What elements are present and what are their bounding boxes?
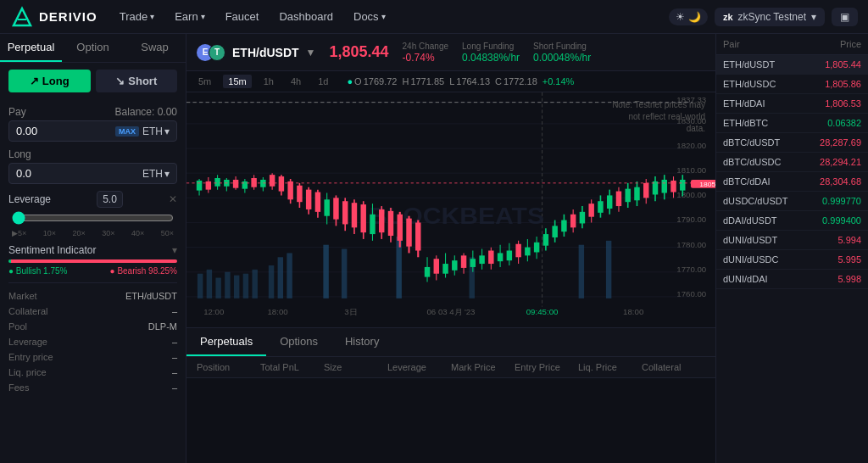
pair-row[interactable]: dUSDC/dUSDT 0.999770: [716, 192, 868, 211]
svg-rect-112: [525, 248, 530, 256]
wallet-icon: ▣: [840, 11, 849, 23]
pair-price: 28,287.69: [820, 137, 861, 148]
pair-price: 28,294.21: [820, 157, 861, 167]
order-info: Market ETH/dUSDT Collateral – Pool DLP-M…: [8, 282, 177, 395]
svg-text:12:00: 12:00: [203, 309, 224, 316]
svg-text:1760.00: 1760.00: [676, 290, 706, 298]
pair-row[interactable]: ETH/dBTC 0.06382: [716, 114, 868, 133]
bottom-tab-options[interactable]: Options: [266, 328, 331, 356]
svg-rect-34: [342, 249, 347, 298]
svg-rect-32: [287, 253, 292, 298]
svg-rect-106: [498, 253, 503, 261]
main-layout: Perpetual Option Swap ↗ Long ↘ Short Pay…: [0, 34, 868, 463]
leverage-close-icon[interactable]: ✕: [169, 193, 177, 205]
th-liq-price: Liq. Price: [578, 362, 642, 372]
tf-1d[interactable]: 1d: [313, 75, 333, 88]
nav-earn[interactable]: Earn ▾: [166, 0, 213, 34]
stat-24h-change: 24h Change -0.74%: [403, 42, 449, 64]
bottom-tab-history[interactable]: History: [331, 328, 392, 356]
stat-short-funding: Short Funding 0.00048%/hr: [533, 42, 591, 64]
long-short-row: ↗ Long ↘ Short: [0, 63, 186, 99]
svg-text:1805.44: 1805.44: [699, 181, 715, 188]
currency-arrow-icon: ▾: [164, 126, 170, 137]
usdt-coin-icon: T: [209, 44, 225, 61]
svg-rect-124: [580, 212, 585, 224]
nav-docs[interactable]: Docs ▾: [345, 0, 394, 34]
chart-area: 5m 15m 1h 4h 1d ● O 1769.72 H 1771.85 L …: [186, 71, 715, 327]
max-badge[interactable]: MAX: [115, 126, 139, 137]
nav-trade[interactable]: Trade ▾: [111, 0, 163, 34]
pair-price: 0.999400: [822, 215, 861, 226]
svg-rect-122: [570, 215, 576, 228]
tab-option[interactable]: Option: [62, 34, 124, 62]
tf-4h[interactable]: 4h: [286, 75, 306, 88]
tf-1h[interactable]: 1h: [259, 75, 279, 88]
symbol-bar: E T ETH/dUSDT ▼ 1,805.44 24h Change -0.7…: [186, 34, 715, 71]
nav-faucet[interactable]: Faucet: [217, 0, 268, 34]
leverage-slider[interactable]: [12, 211, 174, 225]
long-button[interactable]: ↗ Long: [8, 70, 91, 92]
symbol-dropdown-icon[interactable]: ▼: [306, 47, 316, 59]
pair-row[interactable]: dBTC/dUSDT 28,287.69: [716, 133, 868, 153]
tab-swap[interactable]: Swap: [124, 34, 186, 62]
svg-rect-136: [634, 187, 639, 201]
svg-marker-0: [14, 8, 31, 25]
tf-5m[interactable]: 5m: [193, 75, 216, 88]
svg-rect-64: [306, 190, 311, 209]
pair-row[interactable]: dBTC/dUSDC 28,294.21: [716, 153, 868, 172]
leverage-label: Leverage: [8, 193, 51, 205]
tab-perpetual[interactable]: Perpetual: [0, 34, 62, 62]
pair-row[interactable]: dDAI/dUSDT 0.999400: [716, 211, 868, 231]
ohlc-c-label: C: [495, 76, 502, 86]
nav-dashboard[interactable]: Dashboard: [270, 0, 342, 34]
pair-name: dBTC/dUSDC: [723, 157, 781, 167]
ohlc-c-val: 1772.18: [504, 76, 537, 86]
long-input[interactable]: [16, 167, 139, 180]
bottom-tab-perpetuals[interactable]: Perpetuals: [186, 328, 266, 356]
candlestick-chart[interactable]: Note: Testnet prices may not reflect rea…: [186, 92, 715, 323]
svg-rect-42: [206, 181, 211, 190]
nav-right: ☀ 🌙 zk zkSync Testnet ▾ ▣: [669, 8, 858, 26]
ohlc-l-label: L: [449, 76, 454, 86]
pair-row[interactable]: dBTC/dDAI 28,304.68: [716, 172, 868, 192]
pair-col-header: Pair: [723, 39, 740, 49]
bullish-label: ● Bullish 1.75%: [8, 266, 67, 276]
pair-list: ETH/dUSDT 1,805.44 ETH/dUSDC 1,805.86 ET…: [716, 55, 868, 289]
trade-arrow-icon: ▾: [150, 12, 154, 21]
svg-rect-28: [243, 274, 248, 298]
pair-row[interactable]: ETH/dUSDT 1,805.44: [716, 55, 868, 75]
pair-row[interactable]: ETH/dUSDC 1,805.86: [716, 75, 868, 94]
symbol-name[interactable]: ETH/dUSDT: [232, 46, 299, 59]
pair-price: 1,805.86: [825, 79, 861, 89]
pay-currency-select[interactable]: ETH ▾: [142, 126, 170, 137]
long-currency-select[interactable]: ETH ▾: [142, 168, 170, 180]
logo-icon: [10, 5, 34, 29]
info-pool: Pool DLP-M: [8, 319, 177, 334]
svg-text:06  03 4月 '23: 06 03 4月 '23: [426, 309, 475, 316]
stat-long-funding: Long Funding 0.04838%/hr: [462, 42, 520, 64]
theme-toggle[interactable]: ☀ 🌙: [669, 8, 708, 25]
pair-name: dBTC/dUSDT: [723, 137, 780, 148]
pair-row[interactable]: dUNI/dUSDT 5.994: [716, 231, 868, 250]
svg-text:1780.00: 1780.00: [676, 241, 706, 248]
pair-row[interactable]: dUNI/dDAI 5.998: [716, 270, 868, 289]
svg-rect-78: [370, 215, 375, 234]
pair-row[interactable]: ETH/dDAI 1,806.53: [716, 94, 868, 114]
tf-15m[interactable]: 15m: [223, 75, 251, 88]
svg-rect-86: [406, 219, 411, 247]
info-entry-price: Entry price –: [8, 349, 177, 365]
short-button[interactable]: ↘ Short: [96, 70, 178, 92]
wallet-button[interactable]: ▣: [832, 8, 858, 26]
svg-text:1820.00: 1820.00: [676, 142, 706, 149]
network-selector[interactable]: zk zkSync Testnet ▾: [715, 8, 825, 26]
logo[interactable]: DERIVIO: [10, 5, 97, 29]
pair-list-header: Pair Price: [716, 34, 868, 55]
svg-rect-84: [398, 215, 403, 241]
pay-input[interactable]: [16, 125, 112, 137]
svg-rect-54: [260, 180, 265, 187]
th-pnl: Total PnL: [260, 362, 324, 372]
pair-row[interactable]: dUNI/dUSDC 5.995: [716, 250, 868, 270]
svg-rect-29: [252, 270, 257, 298]
network-arrow-icon: ▾: [811, 11, 816, 23]
svg-rect-120: [561, 220, 566, 232]
